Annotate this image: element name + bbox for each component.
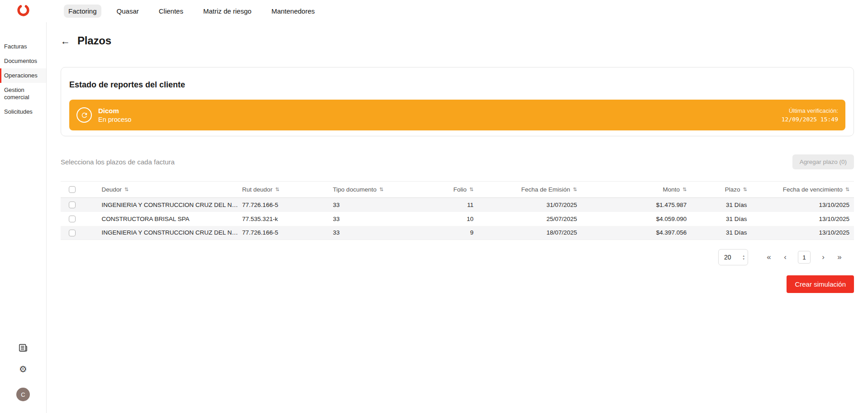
sort-icon: ⇅ xyxy=(379,187,383,192)
verification-datetime: 12/09/2025 15:49 xyxy=(782,116,838,123)
cell-tipo-documento: 33 xyxy=(333,226,426,240)
actions-row: Crear simulación xyxy=(61,275,854,293)
topbar: Factoring Quasar Clientes Matriz de ries… xyxy=(0,0,868,22)
column-header-folio[interactable]: Folio⇅ xyxy=(453,186,473,193)
sort-icon: ⇅ xyxy=(124,187,129,192)
last-page-button[interactable]: » xyxy=(831,253,848,262)
column-header-fecha-emision[interactable]: Fecha de Emisión⇅ xyxy=(521,186,577,193)
cell-tipo-documento: 33 xyxy=(333,198,426,212)
cell-plazo: 31 Días xyxy=(687,226,747,240)
nav-factoring[interactable]: Factoring xyxy=(64,5,101,18)
crear-simulacion-button[interactable]: Crear simulación xyxy=(787,275,854,293)
cell-folio: 9 xyxy=(426,226,473,240)
agregar-plazo-button[interactable]: Agregar plazo (0) xyxy=(792,154,854,169)
page-size-select[interactable]: 20 ▴ ▾ xyxy=(718,249,748,265)
cell-fecha-emision: 31/07/2025 xyxy=(473,198,577,212)
nav-mantenedores[interactable]: Mantenedores xyxy=(267,5,320,18)
nav-clientes[interactable]: Clientes xyxy=(154,5,188,18)
banner-text: Dicom En proceso xyxy=(98,107,131,123)
newspaper-icon xyxy=(19,344,28,353)
cell-rut-deudor: 77.535.321-k xyxy=(242,212,333,226)
table-row: INGENIERIA Y CONSTRUCCION CRUZ DEL NORTE… xyxy=(61,226,854,240)
cell-plazo: 31 Días xyxy=(687,198,747,212)
back-button[interactable]: ← xyxy=(61,36,70,46)
cell-tipo-documento: 33 xyxy=(333,212,426,226)
cell-deudor: CONSTRUCTORA BRISAL SPA xyxy=(101,212,242,226)
news-button[interactable] xyxy=(17,342,29,354)
column-header-fecha-vencimiento[interactable]: Fecha de vencimiento⇅ xyxy=(783,186,854,193)
page-size-value: 20 xyxy=(724,254,731,261)
selection-hint: Selecciona los plazos de cada factura xyxy=(61,158,175,166)
cell-deudor: INGENIERIA Y CONSTRUCCION CRUZ DEL NORTE… xyxy=(101,198,242,212)
card-heading: Estado de reportes del cliente xyxy=(69,80,845,90)
table-header-row: Deudor⇅ Rut deudor⇅ Tipo documento⇅ Foli… xyxy=(61,182,854,198)
prev-page-button[interactable]: ‹ xyxy=(777,253,793,262)
sidebar-footer: ⚙ C xyxy=(0,342,46,413)
cell-fecha-emision: 25/07/2025 xyxy=(473,212,577,226)
row-checkbox[interactable] xyxy=(69,216,76,222)
column-header-monto[interactable]: Monto⇅ xyxy=(663,186,687,193)
current-page[interactable]: 1 xyxy=(798,251,811,264)
logo-ring-icon xyxy=(17,4,30,19)
next-page-button[interactable]: › xyxy=(815,253,831,262)
column-header-plazo[interactable]: Plazo⇅ xyxy=(725,186,747,193)
sort-icon: ⇅ xyxy=(682,187,687,192)
cell-folio: 10 xyxy=(426,212,473,226)
cell-folio: 11 xyxy=(426,198,473,212)
cell-monto: $4.059.090 xyxy=(577,212,687,226)
sort-icon: ⇅ xyxy=(469,187,473,192)
pagination: 20 ▴ ▾ « ‹ 1 › » xyxy=(61,249,854,265)
sidebar-item-solicitudes[interactable]: Solicitudes xyxy=(0,105,46,119)
selection-hint-row: Selecciona los plazos de cada factura Ag… xyxy=(61,154,854,169)
settings-button[interactable]: ⚙ xyxy=(17,363,29,375)
cell-plazo: 31 Días xyxy=(687,212,747,226)
table-row: INGENIERIA Y CONSTRUCCION CRUZ DEL NORTE… xyxy=(61,198,854,212)
row-checkbox[interactable] xyxy=(69,230,76,236)
sidebar-item-facturas[interactable]: Facturas xyxy=(0,39,46,54)
banner-status: En proceso xyxy=(98,116,131,123)
stepper-up-icon: ▴ xyxy=(743,254,744,257)
cell-fecha-vencimiento: 13/10/2025 xyxy=(747,212,854,226)
nav-quasar[interactable]: Quasar xyxy=(112,5,143,18)
column-header-rut-deudor[interactable]: Rut deudor⇅ xyxy=(242,186,279,193)
banner-verification: Última verificación: 12/09/2025 15:49 xyxy=(782,107,838,123)
nav-matriz-de-riesgo[interactable]: Matriz de riesgo xyxy=(199,5,256,18)
sync-icon xyxy=(76,107,92,123)
user-avatar[interactable]: C xyxy=(16,388,30,401)
table-row: CONSTRUCTORA BRISAL SPA 77.535.321-k 33 … xyxy=(61,212,854,226)
page-title: Plazos xyxy=(77,34,111,47)
sort-icon: ⇅ xyxy=(743,187,747,192)
cell-rut-deudor: 77.726.166-5 xyxy=(242,198,333,212)
sort-icon: ⇅ xyxy=(275,187,279,192)
select-all-checkbox[interactable] xyxy=(69,186,76,193)
cell-monto: $1.475.987 xyxy=(577,198,687,212)
row-checkbox[interactable] xyxy=(69,202,76,208)
sort-icon: ⇅ xyxy=(573,187,577,192)
cell-rut-deudor: 77.726.166-5 xyxy=(242,226,333,240)
banner-title: Dicom xyxy=(98,107,131,115)
report-status-card: Estado de reportes del cliente Dicom En … xyxy=(61,67,854,136)
sidebar-item-gestion-comercial[interactable]: Gestion comercial xyxy=(0,83,46,105)
app-logo[interactable] xyxy=(0,4,47,19)
page-size-stepper[interactable]: ▴ ▾ xyxy=(743,254,744,260)
cell-fecha-vencimiento: 13/10/2025 xyxy=(747,198,854,212)
dicom-status-banner: Dicom En proceso Última verificación: 12… xyxy=(69,100,845,130)
app-window: Factoring Quasar Clientes Matriz de ries… xyxy=(0,0,868,413)
verification-label: Última verificación: xyxy=(782,107,838,114)
cell-deudor: INGENIERIA Y CONSTRUCCION CRUZ DEL NORTE… xyxy=(101,226,242,240)
cell-monto: $4.397.056 xyxy=(577,226,687,240)
sidebar: Facturas Documentos Operaciones Gestion … xyxy=(0,22,47,413)
main-content: ← Plazos Estado de reportes del cliente … xyxy=(47,22,868,413)
column-header-tipo-documento[interactable]: Tipo documento⇅ xyxy=(333,186,384,193)
stepper-down-icon: ▾ xyxy=(743,257,744,260)
sort-icon: ⇅ xyxy=(845,187,849,192)
sidebar-item-documentos[interactable]: Documentos xyxy=(0,54,46,68)
page-header: ← Plazos xyxy=(61,34,854,47)
cell-fecha-emision: 18/07/2025 xyxy=(473,226,577,240)
top-navigation: Factoring Quasar Clientes Matriz de ries… xyxy=(64,5,320,18)
plazos-table: Deudor⇅ Rut deudor⇅ Tipo documento⇅ Foli… xyxy=(61,181,854,240)
gear-icon: ⚙ xyxy=(19,365,27,374)
column-header-deudor[interactable]: Deudor⇅ xyxy=(101,186,129,193)
first-page-button[interactable]: « xyxy=(761,253,777,262)
sidebar-item-operaciones[interactable]: Operaciones xyxy=(0,68,46,83)
